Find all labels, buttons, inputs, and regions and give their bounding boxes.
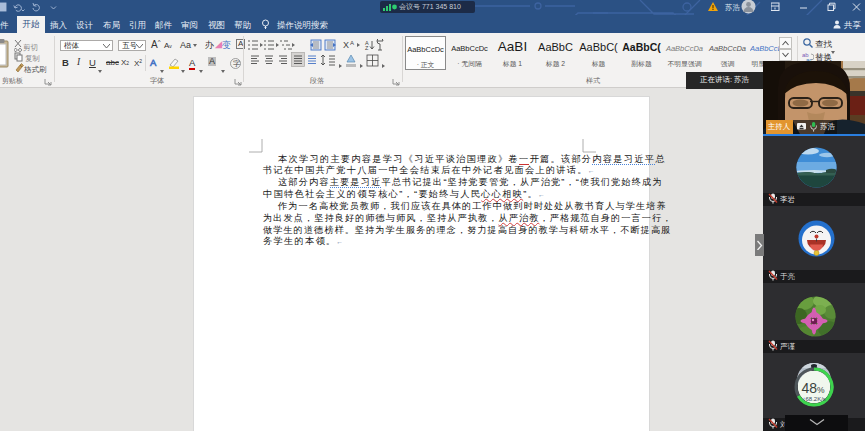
svg-text:A: A — [350, 40, 354, 46]
svg-text:↑68.2K/s: ↑68.2K/s — [803, 396, 826, 402]
svg-text:字: 字 — [233, 60, 240, 67]
svg-text:X: X — [343, 40, 349, 50]
